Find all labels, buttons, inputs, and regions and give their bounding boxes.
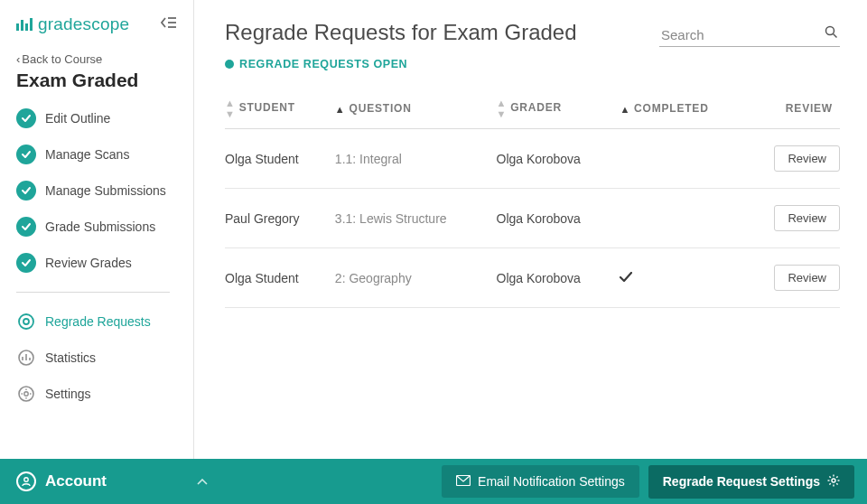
check-icon xyxy=(620,271,632,285)
nav-label: Statistics xyxy=(45,350,96,365)
sidebar-collapse-button[interactable] xyxy=(161,16,177,33)
svg-line-27 xyxy=(829,483,830,484)
col-review: REVIEW xyxy=(750,89,840,129)
check-circle-icon xyxy=(16,253,36,273)
sidebar-item-regrade-requests[interactable]: Regrade Requests xyxy=(16,303,177,340)
logo-bars-icon xyxy=(16,18,33,31)
sidebar-item-statistics[interactable]: Statistics xyxy=(16,340,177,376)
chevron-up-icon xyxy=(197,473,208,490)
svg-point-3 xyxy=(19,314,33,329)
envelope-icon xyxy=(456,474,471,489)
nav-secondary: Regrade RequestsStatisticsSettings xyxy=(16,303,177,412)
check-circle-icon xyxy=(16,108,36,128)
page-title: Regrade Requests for Exam Graded xyxy=(225,20,577,45)
email-btn-label: Email Notification Settings xyxy=(478,474,625,489)
status-text: REGRADE REQUESTS OPEN xyxy=(239,58,407,70)
col-student[interactable]: ▲▼STUDENT xyxy=(225,89,335,129)
sort-icon: ▲▼ xyxy=(225,98,236,119)
cell-student: Olga Student xyxy=(225,248,335,308)
regrade-table: ▲▼STUDENT ▲QUESTION ▲▼GRADER ▲COMPLETED … xyxy=(225,89,840,308)
cell-student: Paul Gregory xyxy=(225,189,335,248)
search-wrap xyxy=(659,23,840,47)
svg-point-9 xyxy=(19,387,33,401)
check-circle-icon xyxy=(16,217,36,237)
account-label: Account xyxy=(45,472,107,490)
nav-label: Review Grades xyxy=(45,256,132,270)
col-completed[interactable]: ▲COMPLETED xyxy=(620,89,750,129)
account-menu[interactable]: Account xyxy=(16,471,208,491)
nav-label: Manage Submissions xyxy=(45,183,166,198)
cell-question: 1.1: Integral xyxy=(335,129,497,189)
cell-review: Review xyxy=(750,189,840,248)
sort-asc-icon: ▲ xyxy=(335,104,346,115)
regrade-status: REGRADE REQUESTS OPEN xyxy=(225,58,840,70)
table-row: Olga Student1.1: IntegralOlga KorobovaRe… xyxy=(225,129,840,189)
cell-grader: Olga Korobova xyxy=(497,248,620,308)
table-row: Olga Student2: GeographyOlga KorobovaRev… xyxy=(225,248,840,308)
stats-icon xyxy=(16,348,36,368)
nav-label: Manage Scans xyxy=(45,147,129,162)
cell-completed xyxy=(620,129,750,189)
cell-review: Review xyxy=(750,129,840,189)
nav-divider xyxy=(16,292,170,293)
search-icon[interactable] xyxy=(825,25,838,42)
nav-primary: Edit OutlineManage ScansManage Submissio… xyxy=(16,100,177,281)
back-to-course-link[interactable]: ‹ Back to Course xyxy=(16,52,102,66)
review-button[interactable]: Review xyxy=(774,265,840,291)
svg-line-16 xyxy=(834,34,837,38)
status-dot-icon xyxy=(225,60,234,69)
back-label: Back to Course xyxy=(22,52,102,66)
sidebar-item-manage-submissions[interactable]: Manage Submissions xyxy=(16,173,177,209)
gear-icon xyxy=(16,384,36,404)
svg-point-19 xyxy=(832,479,835,482)
cell-question: 2: Geography xyxy=(335,248,497,308)
settings-btn-label: Regrade Request Settings xyxy=(663,474,820,489)
cell-completed xyxy=(620,248,750,308)
email-notification-settings-button[interactable]: Email Notification Settings xyxy=(442,465,639,498)
svg-point-4 xyxy=(23,319,29,324)
svg-point-10 xyxy=(24,392,28,396)
sidebar-item-edit-outline[interactable]: Edit Outline xyxy=(16,100,177,136)
search-input[interactable] xyxy=(659,23,840,47)
svg-line-24 xyxy=(829,476,830,477)
gear-icon xyxy=(827,474,840,490)
nav-label: Settings xyxy=(45,387,91,401)
sidebar-item-review-grades[interactable]: Review Grades xyxy=(16,245,177,281)
sort-asc-icon: ▲ xyxy=(620,104,630,115)
sort-icon: ▲▼ xyxy=(497,98,508,119)
check-circle-icon xyxy=(16,145,36,164)
nav-label: Regrade Requests xyxy=(45,314,151,329)
regrade-icon xyxy=(16,312,36,331)
cell-student: Olga Student xyxy=(225,129,335,189)
main-content: Regrade Requests for Exam Graded REGRADE… xyxy=(194,0,867,459)
cell-review: Review xyxy=(750,248,840,308)
regrade-request-settings-button[interactable]: Regrade Request Settings xyxy=(648,465,854,499)
logo-text[interactable]: gradescope xyxy=(38,14,129,34)
svg-line-25 xyxy=(836,483,837,484)
nav-label: Edit Outline xyxy=(45,111,110,126)
nav-label: Grade Submissions xyxy=(45,219,155,234)
col-grader[interactable]: ▲▼GRADER xyxy=(497,89,620,129)
svg-point-15 xyxy=(826,27,834,35)
cell-completed xyxy=(620,189,750,248)
svg-line-26 xyxy=(836,476,837,477)
sidebar-item-manage-scans[interactable]: Manage Scans xyxy=(16,136,177,173)
cell-grader: Olga Korobova xyxy=(497,189,620,248)
bottom-bar: Account Email Notification Settings Regr… xyxy=(0,459,867,504)
sidebar-page-title: Exam Graded xyxy=(16,70,177,91)
user-icon xyxy=(16,471,36,491)
chevron-left-icon: ‹ xyxy=(16,52,20,66)
sidebar-item-grade-submissions[interactable]: Grade Submissions xyxy=(16,209,177,245)
svg-point-17 xyxy=(24,478,28,481)
sidebar-item-settings[interactable]: Settings xyxy=(16,376,177,412)
review-button[interactable]: Review xyxy=(774,205,840,231)
review-button[interactable]: Review xyxy=(774,145,840,172)
cell-question: 3.1: Lewis Structure xyxy=(335,189,497,248)
cell-grader: Olga Korobova xyxy=(497,129,620,189)
table-row: Paul Gregory3.1: Lewis StructureOlga Kor… xyxy=(225,189,840,248)
col-question[interactable]: ▲QUESTION xyxy=(335,89,497,129)
check-circle-icon xyxy=(16,181,36,201)
sidebar: gradescope ‹ Back to Course Exam Graded … xyxy=(0,0,194,459)
